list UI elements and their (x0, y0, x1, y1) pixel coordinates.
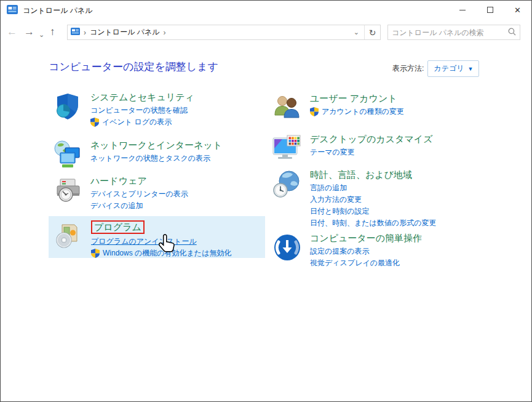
category-title-programs[interactable]: プログラム (91, 220, 231, 234)
task-link[interactable]: 入力方法の変更 (310, 194, 436, 206)
address-bar[interactable]: › コントロール パネル › ⌄ ↻ (67, 25, 381, 40)
breadcrumb-chevron-icon[interactable]: › (164, 28, 166, 37)
task-link[interactable]: ネットワークの状態とタスクの表示 (90, 153, 222, 164)
category-title[interactable]: ユーザー アカウント (310, 93, 404, 104)
annotation-red-box: プログラム (91, 220, 145, 234)
dropdown-caret-icon: ▼ (467, 66, 473, 72)
search-box[interactable] (387, 25, 520, 40)
category-title[interactable]: ハードウェア (90, 175, 188, 187)
category-title[interactable]: ネットワークとインターネット (90, 140, 222, 151)
category-title[interactable]: システムとセキュリティ (90, 92, 194, 103)
category-network-internet: ネットワークとインターネット ネットワークの状態とタスクの表示 (53, 140, 268, 169)
uac-shield-icon (310, 107, 319, 116)
category-system-security: システムとセキュリティ コンピューターの状態を確認 イベント ログの表示 (53, 92, 268, 128)
shield-pie-icon[interactable] (53, 92, 82, 121)
category-clock-language-region: 時計、言語、および地域 言語の追加 入力方法の変更 日付と時刻の設定 日付、時刻… (272, 169, 488, 229)
monitor-palette-icon[interactable] (272, 134, 302, 163)
close-icon: ✕ (514, 6, 521, 14)
category-ease-of-access: コンピューターの簡単操作 設定の提案の表示 視覚ディスプレイの最適化 (272, 233, 488, 269)
up-icon[interactable]: ↑ (50, 25, 55, 39)
control-panel-icon (7, 5, 18, 17)
task-link[interactable]: デバイスの追加 (90, 200, 188, 212)
address-dropdown-icon[interactable]: ⌄ (349, 28, 364, 36)
task-link[interactable]: 日付と時刻の設定 (310, 206, 436, 217)
view-by: 表示方法: カテゴリ ▼ (392, 60, 479, 77)
task-link[interactable]: イベント ログの表示 (90, 116, 194, 128)
category-user-accounts: ユーザー アカウント アカウントの種類の変更 (272, 93, 488, 123)
window-title: コントロール パネル (23, 6, 93, 16)
task-link-uninstall-program[interactable]: プログラムのアンインストール (91, 236, 231, 247)
ease-of-access-icon[interactable] (272, 233, 302, 262)
task-link[interactable]: 設定の提案の表示 (310, 246, 422, 257)
search-input[interactable] (392, 28, 508, 37)
category-title[interactable]: 時計、言語、および地域 (310, 169, 436, 180)
view-by-dropdown[interactable]: カテゴリ ▼ (427, 60, 479, 77)
category-title[interactable]: デスクトップのカスタマイズ (310, 134, 433, 145)
refresh-icon[interactable]: ↻ (365, 28, 380, 38)
task-link[interactable]: 視覚ディスプレイの最適化 (310, 257, 422, 269)
task-link[interactable]: アカウントの種類の変更 (310, 106, 404, 118)
minimize-icon (459, 10, 466, 10)
uac-shield-icon (90, 118, 99, 127)
printer-gauge-icon[interactable] (53, 175, 82, 205)
maximize-icon (487, 7, 493, 13)
navigation-bar: ← → ⌄ ↑ › コントロール パネル › ⌄ ↻ (1, 20, 531, 44)
forward-icon[interactable]: → (24, 25, 34, 39)
software-box-cd-icon[interactable] (54, 220, 83, 250)
task-link[interactable]: デバイスとプリンターの表示 (90, 188, 188, 200)
view-by-label: 表示方法: (392, 63, 424, 74)
globe-monitors-icon[interactable] (53, 140, 82, 169)
task-link[interactable]: コンピューターの状態を確認 (90, 105, 194, 116)
close-button[interactable]: ✕ (504, 1, 531, 19)
maximize-button[interactable] (476, 1, 504, 19)
category-title[interactable]: コンピューターの簡単操作 (310, 233, 422, 244)
task-link[interactable]: 日付、時刻、または数値の形式の変更 (310, 217, 436, 229)
two-users-icon[interactable] (272, 93, 302, 123)
category-appearance-personalization: デスクトップのカスタマイズ テーマの変更 (272, 134, 488, 163)
search-icon[interactable] (508, 27, 516, 38)
task-link[interactable]: 言語の追加 (310, 182, 436, 194)
breadcrumb-control-panel-icon (71, 28, 80, 37)
history-chevron-icon[interactable]: ⌄ (39, 28, 44, 41)
category-hardware: ハードウェア デバイスとプリンターの表示 デバイスの追加 (53, 175, 268, 212)
category-programs: プログラム プログラムのアンインストール Windows の機能の有効化または無… (49, 216, 264, 259)
globe-clock-icon[interactable] (272, 169, 302, 199)
task-link[interactable]: テーマの変更 (310, 147, 433, 158)
category-programs-hover-area[interactable]: プログラム プログラムのアンインストール Windows の機能の有効化または無… (49, 216, 265, 258)
task-link[interactable]: Windows の機能の有効化または無効化 (91, 247, 231, 259)
back-icon[interactable]: ← (7, 25, 17, 39)
control-panel-window: コントロール パネル ✕ ← → ⌄ ↑ › コントロール パネル › ⌄ ↻ (0, 0, 532, 402)
title-bar: コントロール パネル ✕ (1, 1, 531, 20)
breadcrumb[interactable]: コントロール パネル (90, 27, 160, 38)
page-title: コンピューターの設定を調整します (49, 60, 218, 74)
breadcrumb-chevron-icon: › (84, 28, 86, 37)
minimize-button[interactable] (448, 1, 476, 19)
uac-shield-icon (91, 249, 100, 258)
view-by-value: カテゴリ (434, 63, 464, 74)
